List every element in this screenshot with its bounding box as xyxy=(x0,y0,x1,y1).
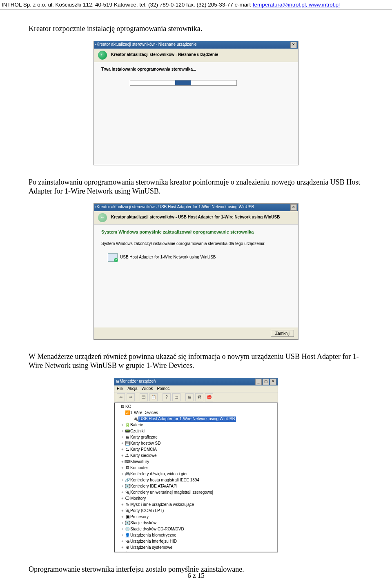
back-icon[interactable]: ← xyxy=(98,51,107,60)
tree-item[interactable]: +🖵Monitory xyxy=(115,496,277,502)
tree-item[interactable]: +🔋Baterie xyxy=(115,422,277,428)
close-button[interactable]: Zamknij xyxy=(271,330,294,337)
help-icon[interactable]: ? xyxy=(163,393,171,401)
nav-back-icon[interactable]: ⇐ xyxy=(117,393,125,401)
menu-file[interactable]: Plik xyxy=(117,386,123,392)
tree-item-label: Stacje dysków xyxy=(130,521,156,526)
menu-bar: Plik Akcja Widok Pomoc xyxy=(114,385,278,393)
tree-toggle[interactable]: + xyxy=(120,552,125,552)
tree-toggle[interactable]: + xyxy=(120,423,125,428)
tree-item[interactable]: +🖱Mysz i inne urządzenia wskazujące xyxy=(115,502,277,508)
tree-item[interactable]: +⚙Urządzenia systemowe xyxy=(115,545,277,551)
tree-item-label: Klawiatury xyxy=(130,459,149,465)
back-icon[interactable]: ← xyxy=(98,213,107,222)
tree-item[interactable]: +🎮Kontrolery dźwięku, wideo i gier xyxy=(115,471,277,477)
device-type-icon: 👤 xyxy=(125,533,130,538)
device-type-icon: 📟 xyxy=(125,429,130,434)
titlebar: ▪ Kreator aktualizacji sterowników - Nie… xyxy=(94,41,298,49)
tree-item[interactable]: -📶1-Wire Devices xyxy=(115,410,277,416)
menu-view[interactable]: Widok xyxy=(142,386,153,392)
tree-toggle[interactable]: + xyxy=(120,515,125,519)
device-type-icon: 🎮 xyxy=(125,472,130,477)
tree-toggle[interactable]: + xyxy=(120,429,125,434)
toolbar-icon[interactable]: ⛔ xyxy=(205,393,213,401)
device-type-icon: 🔌 xyxy=(125,508,130,514)
device-type-icon: ▣ xyxy=(125,514,130,520)
device-type-icon: 🖧 xyxy=(125,453,130,459)
scan-icon[interactable]: 🖥 xyxy=(185,393,194,401)
tree-item[interactable]: +🔌Wirtualizacja USB xyxy=(115,551,277,552)
tree-item[interactable]: +🖲Urządzenia interfejsu HID xyxy=(115,539,277,545)
device-name: USB Host Adapter for 1-Wire Network usin… xyxy=(120,255,216,260)
maximize-icon[interactable]: ▢ xyxy=(263,379,269,385)
tree-item[interactable]: +🖥Komputer xyxy=(115,465,277,471)
tree-toggle[interactable]: + xyxy=(120,484,125,489)
device-type-icon: 💽 xyxy=(125,484,130,489)
tree-item[interactable]: +🗂Karty PCMCIA xyxy=(115,447,277,453)
close-icon[interactable]: ✕ xyxy=(270,379,276,385)
minimize-icon[interactable]: _ xyxy=(255,379,262,385)
tree-item[interactable]: +💾Karty hostów SD xyxy=(115,441,277,447)
tree-item-label: USB Host Adapter for 1-Wire Network usin… xyxy=(138,416,236,422)
tree-item[interactable]: 🔌USB Host Adapter for 1-Wire Network usi… xyxy=(115,416,277,422)
tree-item-label: Urządzenia biometryczne xyxy=(130,533,176,538)
close-icon[interactable]: ✕ xyxy=(290,204,297,211)
tree-item[interactable]: +💽Kontrolery IDE ATA/ATAPI xyxy=(115,483,277,490)
tree-root[interactable]: KO xyxy=(125,404,131,410)
tree-item-label: Kontrolery IDE ATA/ATAPI xyxy=(130,484,177,489)
tree-toggle[interactable]: + xyxy=(120,472,125,477)
tree-toggle[interactable]: + xyxy=(120,503,125,507)
tree-item[interactable]: +▣Procesory xyxy=(115,514,277,520)
installing-msg: Trwa instalowanie oprogramowania sterown… xyxy=(101,67,291,72)
tree-toggle[interactable]: + xyxy=(120,546,125,550)
tree-item[interactable]: +👤Urządzenia biometryczne xyxy=(115,532,277,539)
toolbar-icon[interactable]: 🛠 xyxy=(195,393,203,401)
device-type-icon: 💾 xyxy=(125,441,130,446)
tree-toggle[interactable]: + xyxy=(120,441,125,446)
menu-help[interactable]: Pomoc xyxy=(157,386,169,392)
tree-toggle[interactable]: - xyxy=(116,405,120,409)
tree-item-label: Kontrolery uniwersalnej magistrali szere… xyxy=(130,490,213,495)
tree-toggle[interactable]: + xyxy=(120,460,125,464)
tree-toggle[interactable]: + xyxy=(120,509,125,513)
tree-toggle[interactable]: + xyxy=(120,490,125,495)
toolbar-icon[interactable]: 🗔 xyxy=(140,393,148,401)
tree-toggle[interactable]: + xyxy=(120,497,125,501)
tree-toggle[interactable]: + xyxy=(120,435,125,440)
header-email-link[interactable]: temperatura@introl.pl, xyxy=(253,2,307,8)
tree-item[interactable]: +💽Stacje dysków xyxy=(115,520,277,526)
header-url-link[interactable]: www.introl.pl xyxy=(307,2,340,8)
titlebar: ▪ Kreator aktualizacji sterowników - USB… xyxy=(94,204,298,211)
tree-item[interactable]: +🔌Porty (COM i LPT) xyxy=(115,508,277,514)
window-title: Menedżer urządzeń xyxy=(120,379,156,384)
device-type-icon: 🖲 xyxy=(125,539,130,544)
tree-toggle[interactable]: + xyxy=(120,521,125,526)
tree-toggle[interactable]: + xyxy=(120,539,125,544)
toolbar: ⇐ ⇒ 🗔 📋 ? 🗂 🖥 🛠 ⛔ xyxy=(114,392,278,403)
tree-item[interactable]: +🖧Karty sieciowe xyxy=(115,453,277,459)
tree-item[interactable]: +📟Czujniki xyxy=(115,428,277,434)
menu-action[interactable]: Akcja xyxy=(127,386,137,392)
tree-item-label: Czujniki xyxy=(130,429,145,434)
tree-toggle[interactable]: - xyxy=(120,411,125,415)
tree-item[interactable]: +💿Stacje dysków CD-ROM/DVD xyxy=(115,526,277,532)
tree-toggle[interactable]: + xyxy=(120,478,125,483)
tree-item-label: Porty (COM i LPT) xyxy=(130,508,164,514)
device-type-icon: 🔋 xyxy=(125,423,130,428)
tree-item[interactable]: +🖥Karty graficzne xyxy=(115,434,277,441)
device-type-icon: 🖥 xyxy=(125,435,130,440)
tree-toggle[interactable]: + xyxy=(120,466,125,470)
tree-item-label: Monitory xyxy=(130,496,146,501)
tree-toggle[interactable]: + xyxy=(120,448,125,452)
close-icon[interactable]: ✕ xyxy=(290,42,297,48)
tree-item[interactable]: +🔌Kontrolery uniwersalnej magistrali sze… xyxy=(115,490,277,496)
tree-toggle[interactable]: + xyxy=(120,527,125,532)
tree-item-label: Stacje dysków CD-ROM/DVD xyxy=(130,527,184,532)
toolbar-icon[interactable]: 🗂 xyxy=(172,393,180,401)
tree-item[interactable]: +🔗Kontrolery hosta magistrali IEEE 1394 xyxy=(115,477,277,483)
tree-toggle[interactable]: + xyxy=(120,533,125,538)
nav-fwd-icon[interactable]: ⇒ xyxy=(127,393,135,401)
tree-toggle[interactable]: + xyxy=(120,454,125,458)
tree-item[interactable]: +⌨Klawiatury xyxy=(115,459,277,465)
toolbar-icon[interactable]: 📋 xyxy=(149,393,158,401)
